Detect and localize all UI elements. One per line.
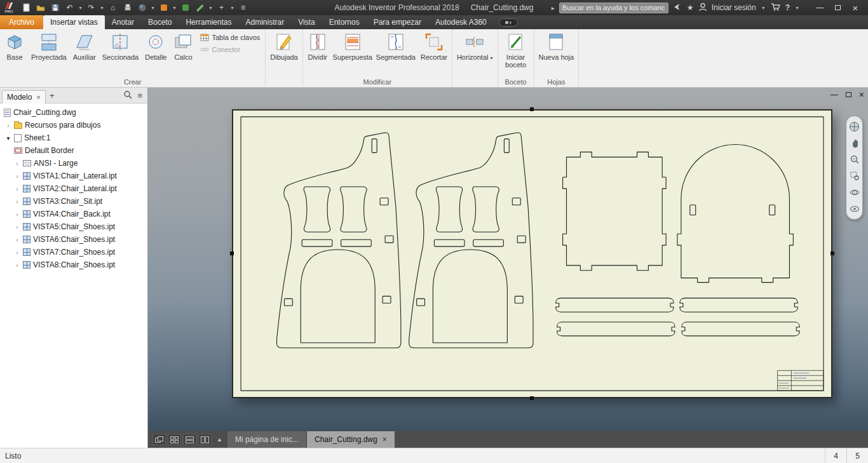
- sheet-grip-right[interactable]: [831, 252, 834, 255]
- search-go-icon[interactable]: [673, 3, 682, 13]
- expander-icon[interactable]: ›: [14, 224, 20, 231]
- proyectada-button[interactable]: Proyectada: [28, 30, 70, 77]
- maximize-button[interactable]: [829, 1, 846, 15]
- group-label-hojas[interactable]: Hojas: [534, 77, 579, 88]
- material-dropdown-icon[interactable]: ▾: [150, 5, 156, 11]
- superpuesta-button[interactable]: Superpuesta: [331, 30, 374, 77]
- tree-item-document-root[interactable]: Chair_Cutting.dwg: [0, 106, 147, 119]
- doc-tab-home[interactable]: Mi página de inic...: [227, 431, 307, 448]
- tab-archivo[interactable]: Archivo: [0, 15, 43, 29]
- expander-icon[interactable]: ›: [14, 249, 20, 256]
- expander-icon[interactable]: ›: [14, 262, 20, 269]
- home-button[interactable]: ⌂: [106, 1, 119, 14]
- search-expand-icon[interactable]: ▸: [552, 4, 555, 11]
- tab-para-empezar[interactable]: Para empezar: [367, 15, 428, 29]
- sign-in-label[interactable]: Iniciar sesión: [712, 3, 756, 12]
- dibujada-button[interactable]: Dibujada: [267, 30, 301, 77]
- cart-icon[interactable]: [771, 3, 781, 13]
- minimize-button[interactable]: —: [811, 1, 829, 15]
- open-file-button[interactable]: [34, 1, 47, 14]
- tree-item-vista3[interactable]: › VISTA3:Chair_Sit.ipt: [0, 195, 147, 208]
- measure-dropdown-icon[interactable]: ▾: [208, 5, 214, 11]
- add-command-button[interactable]: +: [215, 1, 228, 14]
- cascade-windows-icon[interactable]: [153, 434, 166, 445]
- doc-minimize-button[interactable]: —: [831, 90, 838, 99]
- doc-close-button[interactable]: ×: [859, 90, 864, 100]
- tab-anotar[interactable]: Anotar: [105, 15, 141, 29]
- redo-button[interactable]: ↷: [85, 1, 98, 14]
- qat-overflow-icon[interactable]: ≡: [236, 1, 250, 14]
- nav-wheel-button[interactable]: [848, 120, 861, 133]
- ribbon-options-pill[interactable]: ▾: [499, 18, 518, 27]
- expander-icon[interactable]: ›: [14, 160, 20, 167]
- horizontal-dropdown-icon[interactable]: ▾: [491, 55, 493, 61]
- help-icon[interactable]: ?: [785, 3, 790, 12]
- group-label-boceto[interactable]: Boceto: [498, 77, 534, 88]
- tab-entornos[interactable]: Entornos: [322, 15, 367, 29]
- undo-dropdown-icon[interactable]: ▾: [78, 5, 83, 11]
- browser-menu-icon[interactable]: ≡: [137, 91, 142, 100]
- tile-windows-icon[interactable]: [168, 434, 181, 445]
- sign-in-dropdown-icon[interactable]: ▾: [761, 5, 766, 11]
- group-label-modificar[interactable]: Modificar: [303, 77, 452, 88]
- look-at-button[interactable]: [848, 203, 861, 215]
- expand-tab-list-icon[interactable]: ▲: [217, 436, 222, 443]
- base-button[interactable]: Base: [1, 30, 28, 77]
- close-button[interactable]: ×: [846, 1, 864, 15]
- nueva-hoja-button[interactable]: Nueva hoja: [536, 30, 578, 77]
- tree-item-vista7[interactable]: › VISTA7:Chair_Shoes.ipt: [0, 246, 147, 258]
- tab-herramientas[interactable]: Herramientas: [179, 15, 238, 29]
- recortar-button[interactable]: Recortar: [417, 30, 451, 77]
- dividir-button[interactable]: Dividir: [304, 30, 331, 77]
- redo-dropdown-icon[interactable]: ▾: [99, 5, 105, 11]
- tile-vertical-icon[interactable]: [198, 434, 212, 445]
- expander-icon[interactable]: ›: [14, 185, 20, 192]
- collapse-icon[interactable]: ▾: [5, 135, 11, 142]
- tree-item-default-border[interactable]: Default Border: [0, 144, 147, 157]
- tab-vista[interactable]: Vista: [291, 15, 322, 29]
- browser-tab-close-icon[interactable]: ×: [36, 93, 40, 101]
- expander-icon[interactable]: ›: [14, 236, 20, 243]
- browser-add-tab-button[interactable]: +: [46, 91, 58, 100]
- horizontal-button[interactable]: Horizontal ▾: [454, 30, 496, 77]
- doc-restore-button[interactable]: [846, 90, 851, 99]
- calco-button[interactable]: Calco: [170, 30, 196, 77]
- expander-icon[interactable]: ›: [14, 211, 20, 218]
- pan-button[interactable]: [848, 137, 861, 149]
- auxiliar-button[interactable]: Auxiliar: [70, 30, 99, 77]
- measure-button[interactable]: [193, 1, 207, 14]
- tab-autodesk-a360[interactable]: Autodesk A360: [428, 15, 494, 29]
- appearance-button[interactable]: [157, 1, 170, 14]
- tree-item-vista6[interactable]: › VISTA6:Chair_Shoes.ipt: [0, 233, 147, 246]
- inventor-logo[interactable]: PRO: [1, 3, 17, 13]
- group-label-crear[interactable]: Crear: [0, 77, 265, 88]
- tree-item-sheet1[interactable]: ▾ Sheet:1: [0, 131, 147, 144]
- tab-boceto[interactable]: Boceto: [141, 15, 179, 29]
- qat-customize-icon[interactable]: ▾: [229, 5, 235, 11]
- browser-search-icon[interactable]: [123, 90, 132, 101]
- undo-button[interactable]: ↶: [63, 1, 76, 14]
- help-dropdown-icon[interactable]: ▾: [794, 5, 800, 11]
- tab-administrar[interactable]: Administrar: [238, 15, 291, 29]
- tree-item-recursos[interactable]: › Recursos para dibujos: [0, 119, 147, 131]
- update-button[interactable]: [179, 1, 192, 14]
- expander-icon[interactable]: ›: [14, 198, 20, 205]
- tree-item-vista4[interactable]: › VISTA4:Chair_Back.ipt: [0, 208, 147, 220]
- doc-tab-close-icon[interactable]: ×: [383, 435, 387, 444]
- zoom-window-button[interactable]: [848, 170, 861, 182]
- tree-item-vista1[interactable]: › VISTA1:Chair_Lateral.ipt: [0, 170, 147, 182]
- expander-icon[interactable]: ›: [14, 173, 20, 180]
- favorites-star-icon[interactable]: ★: [687, 3, 694, 12]
- user-icon[interactable]: [698, 3, 707, 13]
- tree-item-vista5[interactable]: › VISTA5:Chair_Shoes.ipt: [0, 220, 147, 233]
- save-button[interactable]: [48, 1, 62, 14]
- sheet-grip-left[interactable]: [230, 252, 234, 255]
- iniciar-boceto-button[interactable]: Iniciar boceto: [499, 30, 532, 77]
- sheet-grip-bottom[interactable]: [530, 396, 534, 400]
- doc-tab-chair-cutting[interactable]: Chair_Cutting.dwg ×: [307, 431, 395, 448]
- zoom-button[interactable]: [848, 153, 861, 166]
- print-button[interactable]: [121, 1, 134, 14]
- segmentada-button[interactable]: Segmentada: [374, 30, 417, 77]
- appearance-dropdown-icon[interactable]: ▾: [172, 5, 177, 11]
- tree-item-vista8[interactable]: › VISTA8:Chair_Shoes.ipt: [0, 258, 147, 271]
